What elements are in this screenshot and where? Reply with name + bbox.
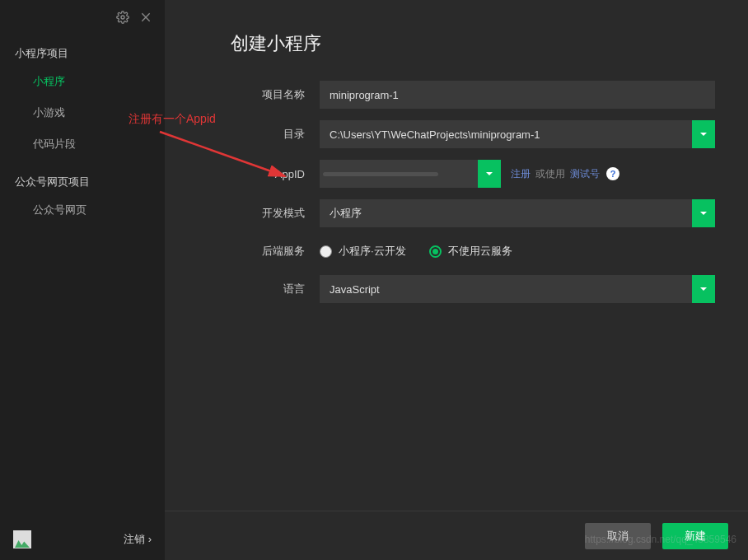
appid-value (320, 160, 478, 188)
label-directory: 目录 (198, 127, 320, 142)
sidebar-item-official-web[interactable]: 公众号网页 (0, 194, 165, 226)
dev-mode-select[interactable]: 小程序 (320, 199, 715, 227)
test-account-link[interactable]: 测试号 (570, 167, 600, 181)
footer: 取消 新建 (165, 511, 748, 560)
radio-icon (429, 245, 442, 258)
gear-icon[interactable] (115, 10, 130, 25)
sidebar-top-icons (0, 0, 165, 31)
cancel-button[interactable]: 取消 (585, 523, 651, 549)
sidebar-item-miniprogram[interactable]: 小程序 (0, 66, 165, 97)
row-language: 语言 JavaScript (198, 275, 715, 303)
chevron-down-icon[interactable] (692, 199, 715, 227)
language-select[interactable]: JavaScript (320, 275, 715, 303)
create-button[interactable]: 新建 (662, 523, 728, 549)
chevron-down-icon[interactable] (692, 120, 715, 148)
logout-link[interactable]: 注销 › (124, 532, 152, 547)
avatar[interactable] (13, 530, 31, 548)
language-value: JavaScript (320, 275, 692, 303)
svg-point-0 (121, 16, 124, 19)
radio-icon (320, 245, 332, 258)
label-project-name: 项目名称 (198, 87, 320, 102)
chevron-down-icon[interactable] (692, 275, 715, 303)
chevron-down-icon[interactable] (478, 160, 501, 188)
radio-no-cloud[interactable]: 不使用云服务 (429, 244, 512, 259)
sidebar-section-official: 公众号网页项目 (0, 160, 165, 194)
backend-radio-group: 小程序·云开发 不使用云服务 (320, 239, 512, 264)
label-appid: AppID (198, 168, 320, 180)
radio-label: 小程序·云开发 (339, 244, 406, 259)
label-dev-mode: 开发模式 (198, 206, 320, 221)
sidebar-bottom: 注销 › (0, 519, 165, 560)
create-form: 项目名称 目录 C:\Users\YT\WeChatProjects\minip… (165, 64, 748, 315)
close-icon[interactable] (138, 10, 153, 25)
appid-extra: 注册 或使用 测试号 ? (511, 167, 619, 181)
sidebar: 小程序项目 小程序 小游戏 代码片段 公众号网页项目 公众号网页 注销 › (0, 0, 165, 560)
row-dev-mode: 开发模式 小程序 (198, 199, 715, 227)
row-appid: AppID 注册 或使用 测试号 ? (198, 160, 715, 188)
help-icon[interactable]: ? (606, 167, 619, 180)
radio-cloud-dev[interactable]: 小程序·云开发 (320, 244, 406, 259)
label-language: 语言 (198, 282, 320, 296)
row-backend: 后端服务 小程序·云开发 不使用云服务 (198, 239, 715, 264)
register-link[interactable]: 注册 (511, 167, 531, 181)
sidebar-item-minigame[interactable]: 小游戏 (0, 97, 165, 128)
main: 创建小程序 项目名称 目录 C:\Users\YT\WeChatProjects… (165, 0, 748, 560)
row-project-name: 项目名称 (198, 81, 715, 109)
radio-label: 不使用云服务 (448, 244, 512, 259)
directory-value: C:\Users\YT\WeChatProjects\miniprogram-1 (320, 120, 692, 148)
page-title: 创建小程序 (165, 0, 748, 64)
row-directory: 目录 C:\Users\YT\WeChatProjects\miniprogra… (198, 120, 715, 148)
project-name-input[interactable] (320, 81, 715, 109)
directory-select[interactable]: C:\Users\YT\WeChatProjects\miniprogram-1 (320, 120, 715, 148)
dev-mode-value: 小程序 (320, 199, 692, 227)
or-use-text: 或使用 (535, 167, 565, 181)
sidebar-section-miniprogram: 小程序项目 (0, 31, 165, 66)
sidebar-item-snippet[interactable]: 代码片段 (0, 128, 165, 160)
label-backend: 后端服务 (198, 244, 320, 259)
appid-select[interactable] (320, 160, 501, 188)
